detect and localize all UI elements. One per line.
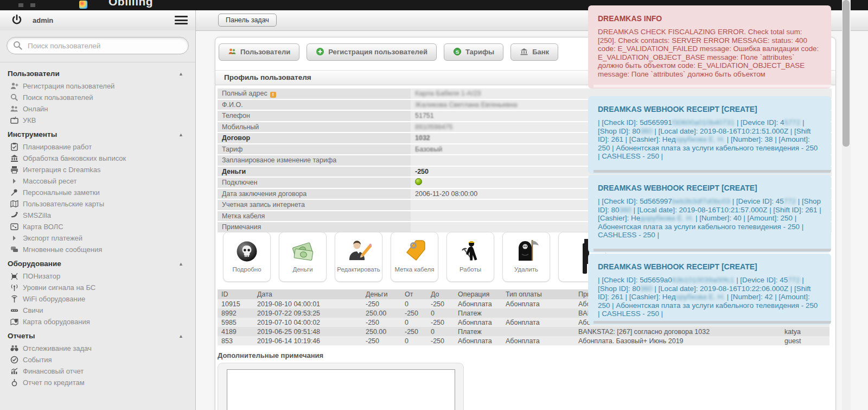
- payments-column-header: Дата: [253, 289, 362, 299]
- tab-Регистрация пользователей[interactable]: Регистрация пользователей: [307, 43, 437, 61]
- sidebar-item[interactable]: ПОНизатор: [0, 270, 195, 282]
- sidebar-section-0[interactable]: Пользователи▲: [0, 65, 195, 80]
- sidebar-item[interactable]: WiFi оборудование: [0, 293, 195, 305]
- sidebar-item[interactable]: Онлайн: [0, 103, 195, 115]
- profile-field-label: Полный адрес!: [218, 89, 411, 99]
- sidebar-item[interactable]: Уровни сигнала на БС: [0, 282, 195, 293]
- search-input[interactable]: [27, 38, 181, 53]
- toast-progress-bar: [593, 170, 831, 173]
- sidebar-item[interactable]: Мгновенные сообщения: [0, 244, 195, 255]
- collapse-triangle-icon[interactable]: ▲: [178, 132, 183, 137]
- action-Редактировать[interactable]: Редактировать: [335, 232, 382, 282]
- users-icon: [10, 104, 19, 113]
- profile-field-label: Мобильный: [218, 122, 411, 133]
- payment-cell: Абонплата: [454, 336, 502, 345]
- sidebar-item[interactable]: Планирование работ: [0, 141, 195, 153]
- sidebar-item[interactable]: Финансовый отчет: [0, 365, 195, 377]
- sidebar-item[interactable]: SMSZilla: [0, 210, 195, 221]
- payment-cell: Абонплата. Базовый+ Июнь 2019: [575, 336, 781, 345]
- payment-cell: [502, 308, 575, 318]
- payment-cell: katya: [781, 327, 829, 336]
- sidebar-item-label: Карта ВОЛС: [23, 223, 63, 231]
- collapse-triangle-icon[interactable]: ▲: [178, 333, 183, 339]
- binoculars-icon: [10, 344, 19, 353]
- toast-info[interactable]: DREAMKAS WEBHOOK RECEIPT [CREATE]| [Chec…: [588, 254, 831, 325]
- clipboard-icon: [10, 142, 19, 152]
- tab-Тарифы[interactable]: SТарифы: [444, 43, 503, 61]
- sidebar-item[interactable]: Персональные заметки: [0, 187, 195, 198]
- check-circle-icon: [10, 355, 19, 364]
- menu-icon[interactable]: [175, 16, 188, 25]
- toast-error[interactable]: DREAMKAS INFODREAMKAS CHECK FISCALAZING …: [588, 5, 831, 89]
- sidebar-item[interactable]: Отслеживание задач: [0, 343, 195, 354]
- sidebar-item[interactable]: Регистрация пользователей: [0, 80, 195, 92]
- bank-tab-icon: [520, 46, 528, 54]
- tab-label: Пользователи: [240, 48, 290, 56]
- sidebar-item[interactable]: Отчет по кредитам: [0, 377, 195, 388]
- payments-column-header: Тип оплаты: [502, 289, 575, 299]
- payment-cell: -250: [427, 299, 454, 308]
- fiber-map-icon: [10, 222, 19, 231]
- logged-in-user[interactable]: admin: [33, 16, 53, 24]
- credit-icon: [10, 378, 19, 387]
- sidebar-item[interactable]: Пользовательские карты: [0, 198, 195, 210]
- task-panel-button[interactable]: Панель задач: [218, 14, 277, 27]
- sidebar-item-label: Уровни сигнала на БС: [23, 283, 95, 292]
- tab-Пользователи[interactable]: Пользователи: [219, 43, 299, 61]
- payment-cell: Платеж: [454, 308, 502, 318]
- toast-body: DREAMKAS CHECK FISCALAZING ERROR. Check …: [598, 28, 821, 79]
- sidebar-item-label: Мгновенные сообщения: [23, 245, 102, 254]
- action-Подробно[interactable]: Подробно: [223, 232, 271, 282]
- toast-body: | [Check ID]: 5d565991f30600a010b40731 |…: [598, 118, 821, 161]
- payment-cell: Платеж: [454, 327, 502, 336]
- action-Метка кабеля[interactable]: Метка кабеля: [391, 232, 438, 282]
- sidebar-section-1[interactable]: Инструменты▲: [0, 126, 195, 141]
- payment-cell: 2019-07-10 04:00:02: [253, 318, 362, 327]
- sidebar-item[interactable]: Обработка банковских выписок: [0, 153, 195, 164]
- skull-icon: [234, 238, 260, 264]
- search-icon: [10, 93, 19, 102]
- collapse-triangle-icon[interactable]: ▲: [178, 261, 183, 267]
- sidebar-nav: Пользователи▲Регистрация пользователейПо…: [0, 65, 195, 388]
- sidebar-item[interactable]: Интеграция с Dreamkas: [0, 164, 195, 175]
- edit-person-icon: [346, 238, 372, 264]
- payment-row[interactable]: 41892019-06-25 09:51:48250.00-2500Платеж…: [218, 327, 829, 336]
- pon-icon: [10, 272, 19, 281]
- toast-info[interactable]: DREAMKAS WEBHOOK RECEIPT [CREATE]| [Chec…: [588, 175, 831, 253]
- payment-cell: 250.00: [362, 308, 401, 318]
- action-Удалить[interactable]: Удалить: [502, 232, 550, 282]
- sidebar-section-3[interactable]: Отчеты▲: [0, 327, 195, 343]
- sidebar-section-2[interactable]: Оборудование▲: [0, 255, 195, 270]
- payment-cell: 2019-08-10 04:00:01: [253, 299, 362, 308]
- collapse-triangle-icon[interactable]: ▲: [178, 71, 183, 77]
- sidebar-item[interactable]: УКВ: [0, 115, 195, 126]
- profile-field-label: Метка кабеля: [218, 211, 411, 222]
- sidebar-item-label: Отслеживание задач: [23, 344, 92, 352]
- action-Деньги[interactable]: Деньги: [279, 232, 327, 282]
- sidebar-item[interactable]: Поиск пользователей: [0, 92, 195, 103]
- action-Работы[interactable]: Работы: [446, 232, 494, 282]
- sidebar-item-label: Отчет по кредитам: [23, 379, 85, 387]
- tab-Банк[interactable]: Банк: [510, 43, 558, 61]
- sidebar-item[interactable]: События: [0, 354, 195, 365]
- payment-cell: Абонплата: [454, 299, 502, 308]
- power-icon[interactable]: [11, 14, 23, 26]
- scrollbar-thumb[interactable]: [843, 0, 850, 147]
- tab-bar: ПользователиРегистрация пользователейSТа…: [219, 43, 565, 61]
- action-buttons: ПодробноДеньгиРедактироватьМетка кабеляР…: [223, 232, 614, 282]
- sidebar-section-title: Отчеты: [8, 332, 35, 340]
- additional-notes-textarea[interactable]: [227, 369, 455, 410]
- payment-row[interactable]: 8532019-06-14 10:19:46-2500-250Абонплата…: [218, 336, 829, 345]
- toast-info[interactable]: DREAMKAS WEBHOOK RECEIPT [CREATE]| [Chec…: [588, 96, 831, 174]
- caret-right-icon: [10, 176, 19, 186]
- sidebar-item[interactable]: Экспорт платежей: [0, 232, 195, 244]
- sidebar-item[interactable]: Массовый ресет: [0, 175, 195, 187]
- payment-cell: Абонплата: [502, 299, 575, 308]
- map-icon: [10, 199, 19, 209]
- toast-progress-bar: [593, 321, 831, 324]
- sidebar-item[interactable]: Свичи: [0, 305, 195, 316]
- sidebar-item-label: Финансовый отчет: [23, 367, 84, 375]
- sidebar-item[interactable]: Карта оборудования: [0, 316, 195, 327]
- payments-column-header: ID: [218, 289, 253, 299]
- sidebar-item[interactable]: Карта ВОЛС: [0, 221, 195, 232]
